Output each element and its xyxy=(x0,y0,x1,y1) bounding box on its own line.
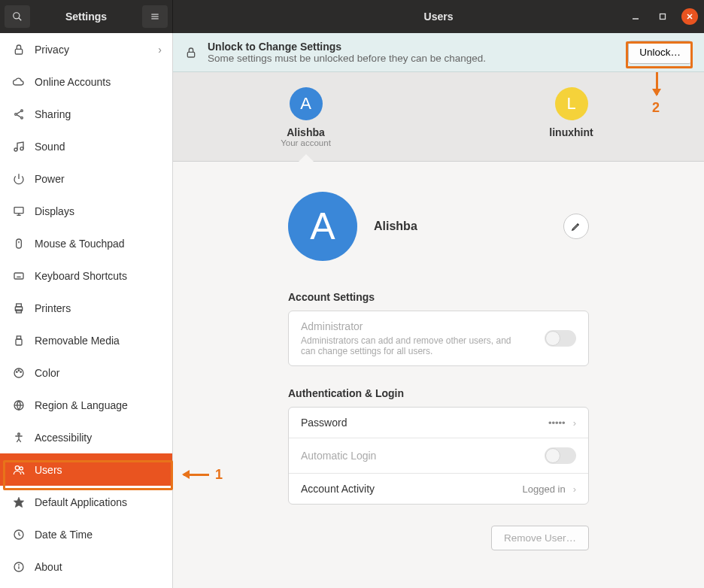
svg-line-13 xyxy=(17,111,20,114)
user-tab-name: linuxhint xyxy=(504,126,639,138)
sidebar-item-label: Sharing xyxy=(35,108,71,120)
palette-icon xyxy=(11,367,27,379)
administrator-description: Administrators can add and remove other … xyxy=(301,335,511,356)
power-icon xyxy=(11,173,27,185)
sidebar-item-label: Accessibility xyxy=(35,432,92,444)
administrator-row: Administrator Administrators can add and… xyxy=(289,311,588,365)
user-tab-alishba[interactable]: AAlishbaYour account xyxy=(238,87,374,161)
chevron-right-icon: › xyxy=(573,417,576,429)
titlebar: Settings Users xyxy=(0,0,704,33)
sidebar-item-color[interactable]: Color xyxy=(0,356,172,389)
usb-icon xyxy=(11,335,27,347)
activity-row[interactable]: Account Activity Logged in › xyxy=(289,473,588,504)
hamburger-button[interactable] xyxy=(142,5,168,28)
sidebar-item-label: About xyxy=(35,561,62,573)
lock-icon xyxy=(11,44,27,56)
sidebar-item-mouse-touchpad[interactable]: Mouse & Touchpad xyxy=(0,227,172,259)
minimize-button[interactable] xyxy=(627,8,644,25)
account-settings-panel: Administrator Administrators can add and… xyxy=(288,311,589,366)
unlock-button[interactable]: Unlock… xyxy=(628,41,692,64)
administrator-toggle[interactable] xyxy=(545,330,576,347)
svg-line-1 xyxy=(19,18,22,21)
user-tabs: AAlishbaYour accountLlinuxhint xyxy=(173,72,704,162)
svg-rect-31 xyxy=(16,339,22,345)
avatar-large: A xyxy=(288,192,357,261)
sidebar: Privacy›Online AccountsSharingSoundPower… xyxy=(0,33,173,588)
titlebar-right: Users xyxy=(173,0,704,33)
keyboard-icon xyxy=(11,270,27,282)
sidebar-item-label: Online Accounts xyxy=(35,76,111,88)
sidebar-item-label: Region & Language xyxy=(35,399,128,411)
unlock-infobar: Unlock to Change Settings Some settings … xyxy=(173,33,704,72)
account-name: Alishba xyxy=(374,220,417,233)
cloud-icon xyxy=(11,76,27,88)
lock-icon xyxy=(185,47,197,59)
infobar-subtitle: Some settings must be unlocked before th… xyxy=(208,53,618,64)
sidebar-item-label: Color xyxy=(35,367,59,379)
svg-rect-22 xyxy=(14,273,23,279)
svg-point-38 xyxy=(18,433,20,435)
administrator-label: Administrator xyxy=(301,320,511,332)
svg-point-33 xyxy=(17,371,17,372)
search-button[interactable] xyxy=(5,5,30,28)
clock-icon xyxy=(11,529,27,541)
sidebar-item-about[interactable]: About xyxy=(0,550,172,583)
password-value: ••••• xyxy=(548,417,566,429)
sidebar-item-power[interactable]: Power xyxy=(0,162,172,195)
activity-label: Account Activity xyxy=(301,483,375,495)
autologin-label: Automatic Login xyxy=(301,450,376,462)
remove-user-button[interactable]: Remove User… xyxy=(491,526,589,550)
mouse-icon xyxy=(11,238,27,250)
infobar-title: Unlock to Change Settings xyxy=(208,41,618,53)
avatar: A xyxy=(290,87,323,120)
infobar-text: Unlock to Change Settings Some settings … xyxy=(208,41,618,64)
account-settings-title: Account Settings xyxy=(288,291,589,303)
sidebar-item-keyboard-shortcuts[interactable]: Keyboard Shortcuts xyxy=(0,259,172,292)
sidebar-item-sharing[interactable]: Sharing xyxy=(0,98,172,130)
chevron-right-icon: › xyxy=(573,483,576,495)
content: Unlock to Change Settings Some settings … xyxy=(173,33,704,588)
auth-login-title: Authentication & Login xyxy=(288,387,589,399)
svg-rect-20 xyxy=(17,239,22,248)
svg-point-45 xyxy=(19,565,20,565)
svg-point-10 xyxy=(21,110,23,112)
svg-rect-46 xyxy=(187,52,194,57)
chevron-right-icon: › xyxy=(158,44,162,56)
password-label: Password xyxy=(301,417,347,429)
svg-point-16 xyxy=(20,147,23,150)
password-row[interactable]: Password ••••• › xyxy=(289,408,588,438)
sidebar-item-privacy[interactable]: Privacy› xyxy=(0,33,172,65)
user-detail: A Alishba Account Settings Administrator… xyxy=(173,162,704,588)
maximize-button[interactable] xyxy=(654,8,671,25)
users-icon xyxy=(11,464,27,476)
account-header: A Alishba xyxy=(288,192,589,261)
user-tab-linuxhint[interactable]: Llinuxhint xyxy=(504,87,639,161)
display-icon xyxy=(11,205,27,217)
svg-line-14 xyxy=(17,114,20,117)
avatar: L xyxy=(555,87,588,120)
sidebar-item-region-language[interactable]: Region & Language xyxy=(0,389,172,421)
sidebar-item-date-time[interactable]: Date & Time xyxy=(0,518,172,550)
star-icon xyxy=(11,496,27,508)
sidebar-item-online-accounts[interactable]: Online Accounts xyxy=(0,65,172,98)
edit-name-button[interactable] xyxy=(563,214,589,239)
close-button[interactable] xyxy=(681,8,698,25)
globe-icon xyxy=(11,399,27,411)
sidebar-item-sound[interactable]: Sound xyxy=(0,130,172,162)
sidebar-item-accessibility[interactable]: Accessibility xyxy=(0,421,172,453)
sidebar-item-removable-media[interactable]: Removable Media xyxy=(0,324,172,356)
sidebar-item-label: Sound xyxy=(35,141,65,153)
svg-rect-9 xyxy=(15,49,22,54)
sidebar-item-displays[interactable]: Displays xyxy=(0,195,172,227)
svg-rect-6 xyxy=(660,14,666,20)
sidebar-item-users[interactable]: Users xyxy=(0,453,172,486)
info-icon xyxy=(11,561,27,573)
sidebar-item-label: Users xyxy=(35,464,62,476)
sidebar-item-printers[interactable]: Printers xyxy=(0,292,172,324)
accessibility-icon xyxy=(11,432,27,444)
svg-point-39 xyxy=(15,465,19,469)
sidebar-item-default-applications[interactable]: Default Applications xyxy=(0,486,172,518)
share-icon xyxy=(11,108,27,120)
page-title: Users xyxy=(424,11,454,23)
autologin-toggle[interactable] xyxy=(545,447,576,464)
